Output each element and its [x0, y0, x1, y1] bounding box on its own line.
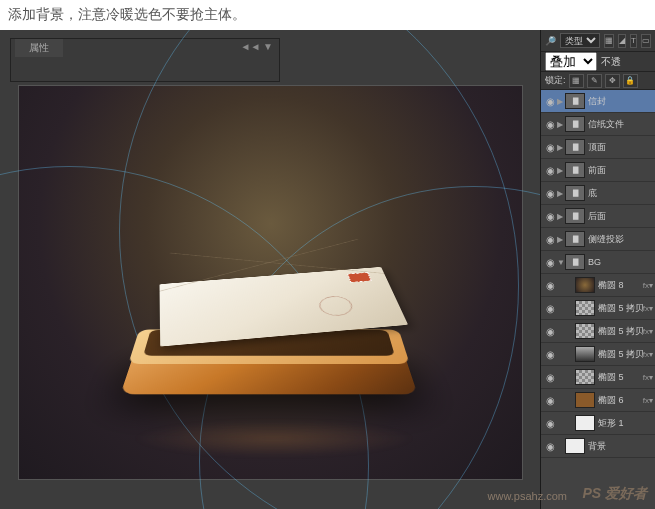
visibility-eye-icon[interactable]: ◉: [543, 163, 557, 177]
expand-arrow-icon[interactable]: ▶: [557, 189, 565, 198]
layer-thumbnail[interactable]: ▇: [565, 139, 585, 155]
layer-row[interactable]: ◉椭圆 6fx▾: [541, 389, 655, 412]
filter-type-icon[interactable]: T: [630, 34, 637, 48]
layer-row[interactable]: ◉背景: [541, 435, 655, 458]
layer-thumbnail[interactable]: ▇: [565, 116, 585, 132]
lock-position-icon[interactable]: ✥: [605, 74, 620, 88]
expand-arrow-icon[interactable]: ▶: [557, 235, 565, 244]
fx-badge-icon[interactable]: fx▾: [643, 327, 653, 336]
search-icon[interactable]: 🔎: [545, 36, 556, 46]
properties-tab[interactable]: 属性: [15, 39, 63, 57]
layer-thumbnail[interactable]: [575, 323, 595, 339]
expand-arrow-icon[interactable]: ▶: [557, 120, 565, 129]
layer-name[interactable]: 底: [588, 187, 655, 200]
fx-badge-icon[interactable]: fx▾: [643, 373, 653, 382]
expand-arrow-icon[interactable]: ▶: [557, 212, 565, 221]
layer-row[interactable]: ◉椭圆 5fx▾: [541, 366, 655, 389]
visibility-eye-icon[interactable]: ◉: [543, 324, 557, 338]
layer-row[interactable]: ◉▶▇顶面: [541, 136, 655, 159]
visibility-eye-icon[interactable]: ◉: [543, 94, 557, 108]
artwork-canvas[interactable]: [18, 85, 523, 480]
layer-thumbnail[interactable]: [565, 438, 585, 454]
layer-name[interactable]: 顶面: [588, 141, 655, 154]
layer-name[interactable]: 椭圆 5 拷贝: [598, 325, 643, 338]
visibility-eye-icon[interactable]: ◉: [543, 393, 557, 407]
filter-kind-select[interactable]: 类型: [560, 33, 600, 48]
layer-row[interactable]: ◉▶▇后面: [541, 205, 655, 228]
blend-mode-select[interactable]: 叠加: [545, 52, 597, 71]
lock-pixels-icon[interactable]: ✎: [587, 74, 602, 88]
layer-row[interactable]: ◉▶▇信纸文件: [541, 113, 655, 136]
layer-row[interactable]: ◉椭圆 8fx▾: [541, 274, 655, 297]
layer-name[interactable]: 椭圆 5 拷贝: [598, 302, 643, 315]
visibility-eye-icon[interactable]: ◉: [543, 347, 557, 361]
layer-name[interactable]: 背景: [588, 440, 655, 453]
stamp-icon: [347, 272, 372, 282]
layer-name[interactable]: 后面: [588, 210, 655, 223]
layer-thumbnail[interactable]: ▇: [565, 185, 585, 201]
layer-thumbnail[interactable]: ▇: [565, 254, 585, 270]
panel-collapse-icon[interactable]: ◄◄ ▼: [241, 41, 273, 52]
visibility-eye-icon[interactable]: ◉: [543, 416, 557, 430]
layer-row[interactable]: ◉椭圆 5 拷贝fx▾: [541, 320, 655, 343]
fx-badge-icon[interactable]: fx▾: [643, 396, 653, 405]
layer-thumbnail[interactable]: ▇: [565, 93, 585, 109]
filter-pixel-icon[interactable]: ▦: [604, 34, 614, 48]
layers-panel: 🔎 类型 ▦ ◢ T ▭ 叠加 不透 锁定: ▦ ✎ ✥ 🔒 ◉▶▇信封◉▶▇信…: [540, 30, 655, 509]
layer-name[interactable]: 矩形 1: [598, 417, 655, 430]
lock-transparent-icon[interactable]: ▦: [569, 74, 584, 88]
canvas-area[interactable]: 属性 ◄◄ ▼: [0, 30, 540, 509]
visibility-eye-icon[interactable]: ◉: [543, 117, 557, 131]
layers-list[interactable]: ◉▶▇信封◉▶▇信纸文件◉▶▇顶面◉▶▇前面◉▶▇底◉▶▇后面◉▶▇侧缝投影◉▼…: [541, 90, 655, 509]
fx-badge-icon[interactable]: fx▾: [643, 350, 653, 359]
layer-thumbnail[interactable]: [575, 300, 595, 316]
layer-row[interactable]: ◉矩形 1: [541, 412, 655, 435]
expand-arrow-icon[interactable]: ▼: [557, 258, 565, 267]
layer-name[interactable]: 椭圆 8: [598, 279, 643, 292]
filter-shape-icon[interactable]: ▭: [641, 34, 651, 48]
postmark-icon: [316, 295, 355, 317]
layer-thumbnail[interactable]: [575, 277, 595, 293]
visibility-eye-icon[interactable]: ◉: [543, 370, 557, 384]
expand-arrow-icon[interactable]: ▶: [557, 97, 565, 106]
lock-all-icon[interactable]: 🔒: [623, 74, 638, 88]
visibility-eye-icon[interactable]: ◉: [543, 278, 557, 292]
layer-row[interactable]: ◉▶▇侧缝投影: [541, 228, 655, 251]
layer-row[interactable]: ◉▶▇底: [541, 182, 655, 205]
layer-name[interactable]: BG: [588, 257, 655, 267]
layer-name[interactable]: 椭圆 5: [598, 371, 643, 384]
layer-name[interactable]: 椭圆 5 拷贝: [598, 348, 643, 361]
layer-row[interactable]: ◉▼▇BG: [541, 251, 655, 274]
properties-panel[interactable]: 属性 ◄◄ ▼: [10, 38, 280, 82]
visibility-eye-icon[interactable]: ◉: [543, 209, 557, 223]
expand-arrow-icon[interactable]: ▶: [557, 166, 565, 175]
layer-thumbnail[interactable]: [575, 392, 595, 408]
layer-name[interactable]: 信纸文件: [588, 118, 655, 131]
visibility-eye-icon[interactable]: ◉: [543, 232, 557, 246]
layer-row[interactable]: ◉▶▇信封: [541, 90, 655, 113]
visibility-eye-icon[interactable]: ◉: [543, 439, 557, 453]
visibility-eye-icon[interactable]: ◉: [543, 255, 557, 269]
expand-arrow-icon[interactable]: ▶: [557, 143, 565, 152]
layer-thumbnail[interactable]: [575, 346, 595, 362]
visibility-eye-icon[interactable]: ◉: [543, 186, 557, 200]
layer-row[interactable]: ◉▶▇前面: [541, 159, 655, 182]
layer-name[interactable]: 椭圆 6: [598, 394, 643, 407]
filter-adjust-icon[interactable]: ◢: [618, 34, 626, 48]
visibility-eye-icon[interactable]: ◉: [543, 140, 557, 154]
layer-row[interactable]: ◉椭圆 5 拷贝fx▾: [541, 343, 655, 366]
fx-badge-icon[interactable]: fx▾: [643, 281, 653, 290]
layer-thumbnail[interactable]: [575, 415, 595, 431]
watermark-brand: PS 爱好者: [582, 485, 647, 503]
layer-thumbnail[interactable]: ▇: [565, 231, 585, 247]
layer-name[interactable]: 信封: [588, 95, 655, 108]
layer-row[interactable]: ◉椭圆 5 拷贝fx▾: [541, 297, 655, 320]
visibility-eye-icon[interactable]: ◉: [543, 301, 557, 315]
lock-row: 锁定: ▦ ✎ ✥ 🔒: [541, 72, 655, 90]
fx-badge-icon[interactable]: fx▾: [643, 304, 653, 313]
layer-thumbnail[interactable]: [575, 369, 595, 385]
layer-thumbnail[interactable]: ▇: [565, 208, 585, 224]
layer-name[interactable]: 侧缝投影: [588, 233, 655, 246]
layer-thumbnail[interactable]: ▇: [565, 162, 585, 178]
layer-name[interactable]: 前面: [588, 164, 655, 177]
